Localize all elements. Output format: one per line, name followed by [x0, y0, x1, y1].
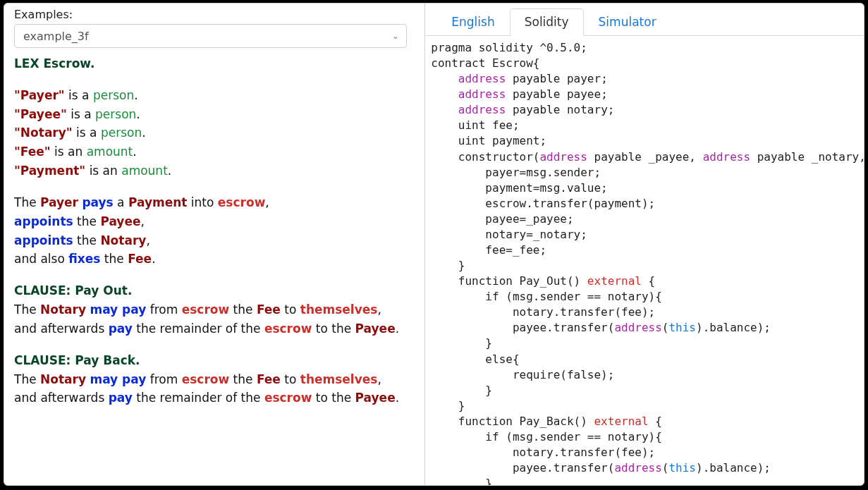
escrow-line-3: appoints the Notary,	[14, 232, 415, 250]
tab-simulator[interactable]: Simulator	[584, 8, 671, 36]
code-line: function Pay_Back() external {	[431, 414, 864, 429]
code-line: else{	[431, 352, 864, 367]
code-line: payer=msg.sender;	[431, 165, 864, 180]
definition-line: "Payment" is an amount.	[14, 162, 415, 180]
tab-solidity[interactable]: Solidity	[510, 8, 584, 36]
clause-payout-line-1: The Notary may pay from escrow the Fee t…	[14, 301, 415, 319]
code-line: }	[431, 258, 864, 274]
code-line: address payable payee;	[431, 87, 864, 102]
code-line: function Pay_Out() external {	[431, 274, 864, 289]
code-line: notary=_notary;	[431, 227, 864, 243]
code-line: }	[431, 398, 864, 414]
chevron-down-icon: ⌄	[392, 31, 399, 41]
code-pane: English Solidity Simulator pragma solidi…	[425, 4, 864, 485]
clause-payback-line-1: The Notary may pay from escrow the Fee t…	[14, 371, 415, 389]
definition-line: "Notary" is a person.	[14, 124, 415, 142]
lex-text-body: LEX Escrow. "Payer" is a person."Payee" …	[14, 55, 415, 408]
code-line: notary.transfer(fee);	[431, 305, 864, 320]
code-line: constructor(address payable _payee, addr…	[431, 149, 864, 165]
code-line: }	[431, 476, 864, 485]
clause-payout-heading: CLAUSE: Pay Out.	[14, 282, 415, 300]
code-line: payee.transfer(address(this).balance);	[431, 460, 864, 476]
code-line: }	[431, 336, 864, 351]
code-line: uint payment;	[431, 133, 864, 149]
code-line: address payable notary;	[431, 102, 864, 118]
examples-selected-value: example_3f	[23, 30, 89, 43]
code-line: payment=msg.value;	[431, 180, 864, 196]
code-line: payee.transfer(address(this).balance);	[431, 320, 864, 336]
code-line: require(false);	[431, 367, 864, 383]
app-root: Examples: example_3f ⌄ LEX Escrow. "Paye…	[4, 3, 864, 486]
solidity-code[interactable]: pragma solidity ^0.5.0;contract Escrow{ …	[425, 36, 864, 485]
escrow-line-4: and also fixes the Fee.	[14, 250, 415, 269]
code-line: payee=_payee;	[431, 212, 864, 227]
examples-dropdown[interactable]: example_3f ⌄	[14, 24, 407, 48]
code-line: escrow.transfer(payment);	[431, 196, 864, 212]
code-line: address payable payer;	[431, 71, 864, 87]
lex-pane: Examples: example_3f ⌄ LEX Escrow. "Paye…	[4, 4, 425, 485]
code-line: }	[431, 383, 864, 398]
tab-english[interactable]: English	[436, 8, 509, 36]
definition-line: "Fee" is an amount.	[14, 143, 415, 161]
tab-bar: English Solidity Simulator	[425, 4, 864, 36]
clause-payback-heading: CLAUSE: Pay Back.	[14, 352, 415, 370]
definition-line: "Payer" is a person.	[14, 87, 415, 105]
escrow-line-1: The Payer pays a Payment into escrow,	[14, 194, 415, 212]
code-line: if (msg.sender == notary){	[431, 429, 864, 445]
code-line: fee=_fee;	[431, 243, 864, 258]
code-line: uint fee;	[431, 118, 864, 133]
code-line: contract Escrow{	[431, 56, 864, 71]
code-line: pragma solidity ^0.5.0;	[431, 40, 864, 56]
code-line: if (msg.sender == notary){	[431, 289, 864, 305]
definition-line: "Payee" is a person.	[14, 106, 415, 124]
clause-payout-line-2: and afterwards pay the remainder of the …	[14, 320, 415, 338]
code-line: notary.transfer(fee);	[431, 445, 864, 460]
examples-label: Examples:	[14, 8, 415, 21]
escrow-line-2: appoints the Payee,	[14, 213, 415, 231]
clause-payback-line-2: and afterwards pay the remainder of the …	[14, 389, 415, 408]
lex-title: LEX Escrow.	[14, 55, 415, 73]
